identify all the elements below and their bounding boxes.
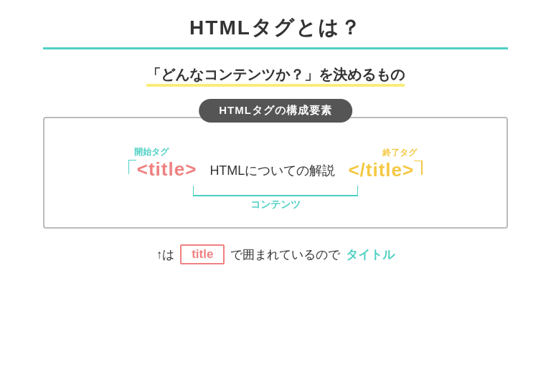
page-title: HTMLタグとは？: [189, 14, 362, 42]
tag-area: 開始タグ <title> HTMLについての解説 終了タグ: [66, 145, 485, 181]
subtitle: 「どんなコンテンツか？」を決めるもの: [146, 65, 405, 85]
bottom-highlight: タイトル: [346, 247, 395, 263]
content-text: HTMLについての解説: [209, 162, 335, 179]
end-tag-label: 終了タグ: [382, 148, 417, 158]
start-tag-label: 開始タグ: [134, 146, 169, 158]
start-tag-text: <title>: [137, 158, 197, 181]
bottom-middle: で囲まれているので: [230, 247, 340, 263]
title-divider: [43, 47, 508, 49]
bottom-text: ↑は title で囲まれているので タイトル: [156, 244, 395, 264]
bottom-prefix: ↑は: [156, 247, 175, 263]
diagram-container: HTMLタグの構成要素 開始タグ <title> HTMLについての解説: [43, 99, 508, 229]
end-tag-text: </title>: [348, 159, 414, 181]
content-label: コンテンツ: [250, 199, 301, 211]
bottom-title-box: title: [180, 244, 225, 264]
diagram-header: HTMLタグの構成要素: [199, 99, 352, 123]
diagram-box: 開始タグ <title> HTMLについての解説 終了タグ: [43, 117, 508, 229]
